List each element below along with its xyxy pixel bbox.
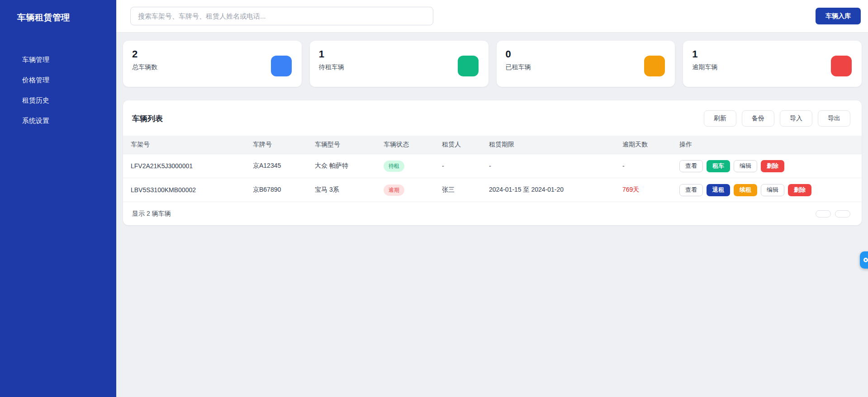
renew-button[interactable]: 续租 (734, 184, 757, 196)
pagination (816, 210, 850, 217)
row-actions: 查看 退租 续租 编辑 删除 (679, 184, 862, 196)
stat-label: 逾期车辆 (692, 63, 717, 71)
sidebar-menu: 车辆管理 价格管理 租赁历史 系统设置 (0, 50, 116, 131)
col-header-actions: 操作 (672, 141, 862, 149)
return-button[interactable]: 退租 (707, 184, 730, 196)
sidebar-item-label: 租赁历史 (22, 96, 49, 104)
vehicle-table: 车架号 车牌号 车辆型号 车辆状态 租赁人 租赁期限 逾期天数 操作 LFV2A… (123, 136, 862, 202)
floating-widget-button[interactable] (860, 251, 868, 269)
app-root: 车辆租赁管理 车辆管理 价格管理 租赁历史 系统设置 车辆入库 (0, 0, 868, 397)
overdue-days-cell: 769天 (615, 186, 672, 194)
edit-button[interactable]: 编辑 (734, 160, 757, 172)
view-button[interactable]: 查看 (679, 184, 703, 196)
table-row: LBV5S3100KMB00002 京B67890 宝马 3系 逾期 张三 20… (123, 178, 862, 202)
col-header-plate: 车牌号 (245, 141, 307, 149)
stat-label: 已租车辆 (506, 63, 531, 71)
sidebar-item-label: 车辆管理 (22, 56, 49, 63)
stat-text: 0 已租车辆 (506, 48, 531, 87)
renter-cell: - (434, 162, 481, 170)
sidebar-item-rental-history[interactable]: 租赁历史 (0, 90, 116, 111)
pagination-next-button[interactable] (835, 210, 850, 217)
renter-cell: 张三 (434, 186, 481, 194)
list-footer: 显示 2 辆车辆 (123, 202, 862, 225)
refresh-button[interactable]: 刷新 (704, 110, 736, 127)
total-vehicles-icon (271, 56, 292, 76)
stat-card-total: 2 总车辆数 (123, 41, 302, 87)
col-header-vin: 车架号 (123, 141, 245, 149)
vin-cell: LFV2A21K5J3000001 (123, 162, 245, 170)
rented-vehicles-icon (644, 56, 665, 76)
stat-text: 1 待租车辆 (319, 48, 344, 87)
col-header-status: 车辆状态 (376, 141, 434, 149)
period-cell: 2024-01-15 至 2024-01-20 (481, 186, 615, 194)
sidebar-item-label: 价格管理 (22, 76, 49, 84)
col-header-model: 车辆型号 (307, 141, 376, 149)
vehicle-intake-button[interactable]: 车辆入库 (816, 8, 861, 24)
sidebar-item-vehicle-management[interactable]: 车辆管理 (0, 50, 116, 70)
app-title: 车辆租赁管理 (0, 0, 116, 24)
plate-cell: 京A12345 (245, 162, 307, 170)
stat-label: 总车辆数 (132, 63, 157, 71)
topbar: 车辆入库 (116, 0, 868, 33)
stat-value: 1 (319, 48, 344, 61)
stat-card-overdue: 1 逾期车辆 (683, 41, 862, 87)
period-cell: - (481, 162, 615, 170)
delete-button[interactable]: 删除 (761, 160, 784, 172)
list-title: 车辆列表 (132, 113, 163, 124)
list-toolbar: 刷新 备份 导入 导出 (704, 110, 850, 127)
stat-text: 2 总车辆数 (132, 48, 157, 87)
edit-button[interactable]: 编辑 (761, 184, 784, 196)
status-cell: 待租 (376, 161, 434, 172)
search-input[interactable] (130, 7, 433, 25)
backup-button[interactable]: 备份 (742, 110, 774, 127)
plate-cell: 京B67890 (245, 186, 307, 194)
actions-cell: 查看 退租 续租 编辑 删除 (672, 184, 862, 196)
overdue-days-cell: - (615, 162, 672, 170)
stat-value: 2 (132, 48, 157, 61)
sidebar-item-label: 系统设置 (22, 117, 49, 124)
delete-button[interactable]: 删除 (788, 184, 811, 196)
model-cell: 大众 帕萨特 (307, 162, 376, 170)
available-vehicles-icon (458, 56, 479, 76)
sidebar-item-system-settings[interactable]: 系统设置 (0, 111, 116, 131)
col-header-overdue-days: 逾期天数 (615, 141, 672, 149)
export-button[interactable]: 导出 (818, 110, 850, 127)
overdue-vehicles-icon (831, 56, 852, 76)
ring-icon (863, 258, 868, 262)
row-actions: 查看 租车 编辑 删除 (679, 160, 862, 172)
stat-label: 待租车辆 (319, 63, 344, 71)
table-row: LFV2A21K5J3000001 京A12345 大众 帕萨特 待租 - - … (123, 154, 862, 178)
stat-card-available: 1 待租车辆 (310, 41, 489, 87)
rent-button[interactable]: 租车 (707, 160, 730, 172)
row-count-text: 显示 2 辆车辆 (132, 210, 171, 218)
stat-value: 1 (692, 48, 717, 61)
col-header-period: 租赁期限 (481, 141, 615, 149)
import-button[interactable]: 导入 (780, 110, 812, 127)
vehicle-list-card: 车辆列表 刷新 备份 导入 导出 车架号 车牌号 车辆型号 车辆状态 租赁人 (123, 100, 862, 225)
view-button[interactable]: 查看 (679, 160, 703, 172)
status-cell: 逾期 (376, 184, 434, 196)
sidebar-item-price-management[interactable]: 价格管理 (0, 70, 116, 90)
status-badge: 待租 (384, 161, 404, 172)
stat-value: 0 (506, 48, 531, 61)
content: 2 总车辆数 1 待租车辆 0 已租车辆 (116, 33, 868, 225)
main-area: 车辆入库 2 总车辆数 1 待租车辆 (116, 0, 868, 397)
vin-cell: LBV5S3100KMB00002 (123, 186, 245, 194)
col-header-renter: 租赁人 (434, 141, 481, 149)
stat-card-rented: 0 已租车辆 (497, 41, 675, 87)
table-header-row: 车架号 车牌号 车辆型号 车辆状态 租赁人 租赁期限 逾期天数 操作 (123, 136, 862, 154)
status-badge: 逾期 (384, 184, 404, 196)
sidebar: 车辆租赁管理 车辆管理 价格管理 租赁历史 系统设置 (0, 0, 116, 397)
list-header: 车辆列表 刷新 备份 导入 导出 (123, 100, 862, 136)
stat-text: 1 逾期车辆 (692, 48, 717, 87)
stat-cards: 2 总车辆数 1 待租车辆 0 已租车辆 (123, 41, 862, 87)
model-cell: 宝马 3系 (307, 186, 376, 194)
pagination-prev-button[interactable] (816, 210, 831, 217)
actions-cell: 查看 租车 编辑 删除 (672, 160, 862, 172)
